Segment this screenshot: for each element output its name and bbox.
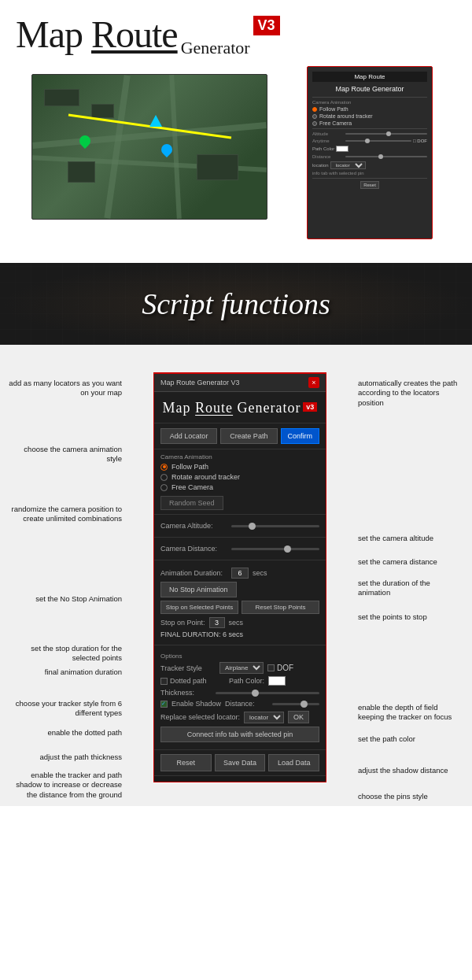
annotation-dotted: enable the dotted path: [8, 728, 130, 738]
add-locator-button[interactable]: Add Locator: [160, 428, 217, 444]
panel-action-buttons: Add Locator Create Path Confirm: [154, 423, 326, 449]
connect-info-tab-button[interactable]: Connect info tab with selected pin: [160, 727, 319, 742]
camera-animation-section: Camera Animation Follow Path Rotate arou…: [154, 449, 326, 515]
confirm-button[interactable]: Confirm: [281, 428, 320, 444]
panel-logo-v3: v3: [303, 402, 317, 412]
radio-follow-path[interactable]: Follow Path: [160, 463, 319, 471]
altitude-slider[interactable]: [231, 525, 319, 527]
altitude-label: Camera Altitude:: [160, 522, 227, 530]
distance-slider[interactable]: [231, 548, 319, 550]
replace-locator-label: Replace selected locator:: [160, 713, 240, 721]
panel-close-button[interactable]: ×: [308, 377, 319, 388]
path-color-swatch[interactable]: [268, 676, 286, 686]
thickness-slider-thumb[interactable]: [252, 690, 259, 697]
anim-duration-row: Animation Duration: secs: [160, 568, 319, 579]
altitude-slider-thumb[interactable]: [249, 523, 256, 530]
tracker-style-select[interactable]: Airplane: [219, 662, 264, 674]
mini-camera-section: Camera Animation Follow Path Rotate arou…: [312, 100, 427, 126]
path-color-label: Path Color:: [229, 677, 264, 685]
annotation-final-duration: final animation duration: [8, 668, 130, 677]
hero-screens: Map Route Map Route Generator Camera Ani…: [16, 66, 456, 255]
ok-button[interactable]: OK: [288, 711, 309, 723]
shadow-checkbox[interactable]: [160, 701, 168, 708]
dotted-checkbox-group: Dotted path: [160, 677, 225, 685]
map-building: [44, 89, 79, 106]
replace-locator-select[interactable]: locator: [244, 712, 284, 723]
left-annotations: add as many locators as you want on your…: [0, 364, 130, 782]
annotation-anim-duration: set the duration of the animation: [350, 579, 464, 598]
annotation-no-stop: set the No Stop Animation: [8, 594, 130, 604]
replace-locator-row: Replace selected locator: locator OK: [160, 711, 319, 723]
right-annotations: automatically creates the path according…: [350, 364, 472, 782]
options-label: Options: [160, 653, 319, 660]
logo-area: Map Route Generator V3: [16, 16, 456, 58]
panel-logo: Map Route Generator v3: [154, 392, 326, 423]
annotation-stop-points: set the points to stop: [350, 612, 464, 622]
load-data-button[interactable]: Load Data: [268, 754, 319, 771]
panel-bottom-bar: [154, 775, 326, 782]
reset-button[interactable]: Reset: [160, 754, 212, 771]
radio-free-camera-label: Free Camera: [171, 483, 213, 491]
distance-slider-thumb[interactable]: [284, 545, 291, 553]
stop-on-point-input[interactable]: [209, 617, 225, 628]
dotted-path-checkbox[interactable]: [160, 678, 168, 685]
distance-slider-row: Camera Distance:: [160, 545, 319, 553]
tracker-style-label: Tracker Style: [160, 664, 216, 672]
annotation-pins-style: choose the pins style: [350, 792, 464, 801]
shadow-label: Enable Shadow: [171, 700, 221, 708]
annotation-tracker-style: choose your tracker style from 6 differe…: [8, 699, 130, 719]
distance-label: Camera Distance:: [160, 545, 227, 553]
camera-animation-label: Camera Animation: [160, 453, 319, 460]
animation-duration-section: Animation Duration: secs No Stop Animati…: [154, 560, 326, 645]
route-arrow: [149, 115, 162, 127]
thickness-slider[interactable]: [216, 692, 319, 694]
dof-checkbox[interactable]: [267, 664, 275, 671]
distance-slider-label: Distance:: [225, 700, 268, 708]
mini-panel-logo: Map Route Generator: [312, 85, 427, 93]
annotation-confirm: automatically creates the path according…: [350, 379, 464, 408]
final-duration-text: FINAL DURATION: 6 secs: [160, 631, 319, 638]
stop-on-selected-button[interactable]: Stop on Selected Points: [160, 601, 238, 614]
annotation-stop-duration: set the stop duration for the selected p…: [8, 644, 130, 664]
camera-altitude-section: Camera Altitude:: [154, 515, 326, 538]
annotation-thickness: adjust the path thickness: [8, 753, 130, 762]
map-building: [197, 154, 239, 180]
main-screen: [31, 74, 267, 220]
map-background: [32, 75, 267, 219]
no-stop-animation-button[interactable]: No Stop Animation: [160, 582, 237, 597]
ui-panel: Map Route Generator V3 × Map Route Gener…: [153, 372, 326, 782]
radio-rotate[interactable]: Rotate around tracker: [160, 473, 319, 481]
map-building: [68, 161, 96, 183]
annotation-camera-anim: choose the camera animation style: [8, 445, 130, 464]
options-section: Options Tracker Style Airplane DOF: [154, 645, 326, 750]
bottom-buttons-row: Reset Save Data Load Data: [154, 750, 326, 775]
altitude-slider-row: Camera Altitude:: [160, 522, 319, 530]
radio-free-camera-dot[interactable]: [160, 484, 168, 491]
shadow-distance-thumb[interactable]: [301, 701, 308, 708]
logo-map: Map Route: [16, 16, 178, 54]
anim-duration-input[interactable]: [231, 568, 249, 579]
radio-rotate-dot[interactable]: [160, 474, 168, 481]
radio-follow-path-dot[interactable]: [160, 464, 168, 471]
dof-label: DOF: [277, 664, 293, 672]
script-functions-banner: Script functions: [0, 263, 472, 345]
random-seed-button[interactable]: Random Seed: [160, 496, 223, 510]
main-content: add as many locators as you want on your…: [0, 345, 472, 806]
annotation-dof: enable the depth of field keeping the tr…: [350, 703, 464, 723]
location-pin: [77, 133, 93, 149]
create-path-button[interactable]: Create Path: [220, 428, 277, 444]
reset-stop-points-button[interactable]: Reset Stop Points: [242, 601, 319, 614]
stop-on-point-row: Stop on Point: secs: [160, 617, 319, 628]
panel-titlebar: Map Route Generator V3 ×: [154, 374, 326, 392]
thickness-label: Thickness:: [160, 689, 212, 697]
dotted-path-row: Dotted path Path Color:: [160, 676, 319, 686]
panel-logo-text: Map Route Generator: [163, 400, 301, 416]
radio-free-camera[interactable]: Free Camera: [160, 483, 319, 491]
center-panel-area: Map Route Generator V3 × Map Route Gener…: [130, 364, 350, 782]
annotation-shadow: enable the tracker and path shadow to in…: [8, 771, 130, 800]
shadow-distance-slider[interactable]: [272, 703, 319, 705]
stop-on-point-unit: secs: [229, 619, 244, 627]
save-data-button[interactable]: Save Data: [215, 754, 266, 771]
dof-checkbox-group: DOF: [267, 664, 293, 672]
hero-section: Map Route Generator V3 Map: [0, 0, 472, 263]
